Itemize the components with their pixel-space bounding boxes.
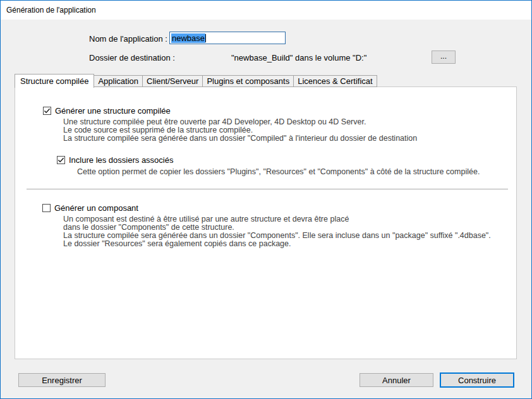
tab-application[interactable]: Application [94,75,143,87]
tab-label: Licences & Certificat [298,76,373,86]
cancel-button-label: Annuler [382,376,411,385]
dest-folder-label: Dossier de destination : [89,53,175,63]
tab-bar: Structure compilée Application Client/Se… [15,74,377,87]
check-icon [44,107,51,114]
tab-label: Client/Serveur [147,76,198,86]
generate-component-desc-line: Le dossier "Resources" sera également co… [63,240,291,249]
generate-component-checkbox[interactable] [42,204,51,212]
title-bar[interactable]: Génération de l'application [1,1,531,20]
tab-licences-certificat[interactable]: Licences & Certificat [294,75,377,87]
tab-label: Plugins et composants [207,76,289,86]
generate-compiled-checkbox[interactable] [43,107,51,115]
tab-label: Application [98,76,138,86]
app-name-label: Nom de l'application : [89,34,167,44]
tab-client-serveur[interactable]: Client/Serveur [143,75,203,87]
browse-button-label: ... [440,52,447,61]
browse-button[interactable]: ... [432,51,456,64]
text-caret [205,34,206,42]
tab-panel-structure-compilee: Générer une structure compilée Une struc… [15,86,517,359]
include-folders-label[interactable]: Inclure les dossiers associés [69,155,173,165]
window-title: Génération de l'application [6,6,96,15]
tab-plugins-composants[interactable]: Plugins et composants [203,75,294,87]
dest-folder-value: "newbase_Build" dans le volume "D:" [231,53,366,63]
section-divider [27,189,508,189]
tab-structure-compilee[interactable]: Structure compilée [15,74,94,88]
app-name-value: newbase [171,33,205,43]
save-button-label: Enregistrer [42,376,82,385]
build-button-label: Construire [458,376,496,385]
generate-compiled-label[interactable]: Générer une structure compilée [55,106,171,116]
tab-label: Structure compilée [20,76,88,86]
save-button[interactable]: Enregistrer [18,373,106,387]
include-folders-checkbox[interactable] [57,156,65,164]
build-application-dialog: Génération de l'application Nom de l'app… [0,0,532,399]
include-folders-desc-line: Cette option permet de copier les dossie… [77,168,480,177]
app-name-input[interactable]: newbase [169,32,286,44]
check-icon [57,157,64,164]
generate-component-label[interactable]: Générer un composant [54,203,138,213]
cancel-button[interactable]: Annuler [360,373,433,387]
generate-compiled-desc-line: La structure compilée sera générée dans … [63,134,417,143]
build-button[interactable]: Construire [440,372,514,388]
